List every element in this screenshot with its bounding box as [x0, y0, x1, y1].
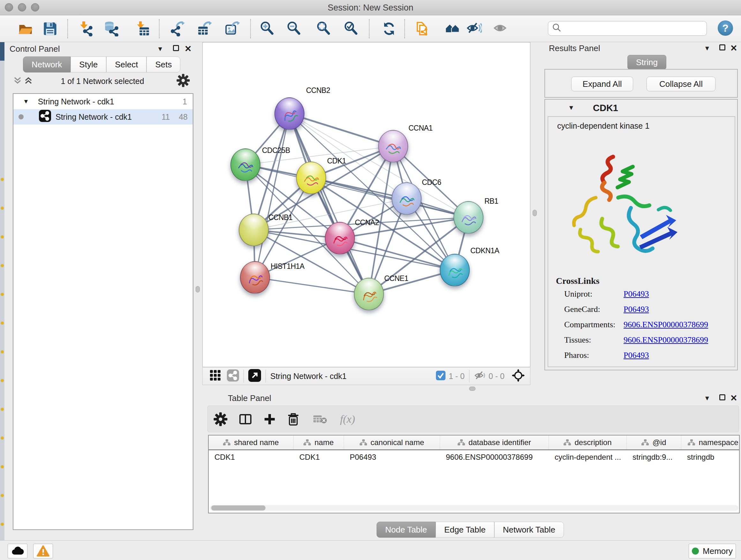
node-ccna2[interactable]	[325, 222, 355, 254]
tab-string[interactable]: String	[627, 55, 666, 70]
crosslink-link[interactable]: P06493	[623, 289, 649, 299]
tab-node-table[interactable]: Node Table	[377, 522, 435, 538]
results-panel-float-icon[interactable]	[719, 44, 725, 51]
node-cdkn1a[interactable]	[440, 254, 470, 287]
open-in-window-icon[interactable]	[248, 369, 261, 383]
results-panel-menu-icon[interactable]: ▼	[704, 45, 711, 52]
node-ccnb1[interactable]	[239, 213, 269, 246]
node-cdk1[interactable]	[296, 162, 326, 194]
memory-button[interactable]: Memory	[689, 544, 736, 558]
node-ccnb2[interactable]	[274, 98, 305, 130]
tab-edge-table[interactable]: Edge Table	[435, 522, 494, 538]
hide-selected-icon[interactable]	[467, 21, 482, 37]
gene-name: CDK1	[593, 103, 618, 113]
node-label-rb1: RB1	[484, 197, 498, 206]
column-header-namespace[interactable]: namespace	[681, 435, 740, 449]
delete-table-icon[interactable]	[313, 412, 328, 427]
cell-namespace[interactable]: stringdb	[681, 453, 740, 462]
node-rb1[interactable]	[454, 201, 483, 234]
cell--id[interactable]: stringdb:9...	[627, 453, 681, 462]
control-panel-float-icon[interactable]	[173, 45, 179, 51]
node-hist1h1a[interactable]	[240, 261, 270, 294]
zoom-out-icon[interactable]	[286, 21, 301, 37]
cell-canonical-name[interactable]: P06493	[344, 453, 440, 462]
column-header-shared-name[interactable]: shared name	[209, 435, 293, 449]
crosslink-link[interactable]: P06493	[623, 351, 649, 360]
cloud-icon[interactable]	[8, 544, 27, 558]
node-ccne1[interactable]	[354, 278, 384, 310]
share-badge-icon[interactable]	[227, 369, 239, 383]
cell-shared-name[interactable]: CDK1	[209, 453, 293, 462]
tab-network-table[interactable]: Network Table	[494, 522, 564, 538]
save-session-icon[interactable]	[43, 21, 58, 37]
expand-all-button[interactable]: Expand All	[571, 77, 633, 91]
collapse-gene-icon[interactable]: ▼	[568, 104, 575, 111]
collapse-all-button[interactable]: Collapse All	[647, 77, 716, 91]
results-buttons-box: Expand All Collapse All	[544, 69, 738, 98]
network-edges[interactable]	[203, 43, 530, 367]
warning-icon[interactable]	[33, 544, 53, 558]
cell-description[interactable]: cyclin-dependent ...	[549, 453, 627, 462]
table-tabs: Node TableEdge TableNetwork Table	[377, 522, 564, 538]
zoom-fit-icon[interactable]	[316, 21, 331, 37]
birdseye-icon[interactable]	[512, 369, 525, 383]
import-network-from-database-icon[interactable]	[104, 21, 119, 37]
export-network-icon[interactable]	[170, 21, 185, 37]
left-splitter-handle[interactable]	[196, 286, 200, 293]
table-panel-menu-icon[interactable]: ▼	[704, 395, 711, 402]
node-ccna1[interactable]	[378, 130, 408, 163]
import-table-from-file-icon[interactable]	[134, 21, 150, 37]
houses-icon[interactable]	[445, 21, 460, 37]
column-header-canonical-name[interactable]: canonical name	[344, 435, 440, 449]
new-network-from-selection-icon[interactable]	[415, 21, 430, 37]
horizontal-scrollbar[interactable]	[210, 505, 738, 511]
columns-icon[interactable]	[238, 412, 253, 427]
grid-view-icon[interactable]	[210, 370, 221, 382]
crosslink-link[interactable]: 9606.ENSP00000378699	[623, 320, 708, 329]
add-column-icon[interactable]	[262, 412, 277, 427]
collapse-triangle-icon[interactable]: ▼	[23, 98, 29, 105]
node-cdc6[interactable]	[392, 182, 421, 215]
column-header-database-identifier[interactable]: database identifier	[440, 435, 549, 449]
selected-checkbox-icon[interactable]	[436, 371, 446, 381]
help-icon[interactable]: ?	[718, 20, 733, 36]
node-cdc25b[interactable]	[230, 148, 260, 181]
gear-icon[interactable]	[213, 412, 228, 427]
zoom-selected-icon[interactable]	[343, 21, 359, 37]
search-input[interactable]	[562, 23, 706, 34]
right-splitter-handle[interactable]	[533, 210, 537, 216]
gear-icon[interactable]	[176, 73, 190, 89]
network-row[interactable]: String Network - cdk1 11 48	[13, 109, 193, 125]
open-session-icon[interactable]	[18, 21, 33, 37]
bottom-splitter-handle[interactable]	[469, 387, 475, 391]
hidden-eye-icon[interactable]	[474, 370, 486, 382]
column-header-name[interactable]: name	[293, 435, 344, 449]
table-panel-close-icon[interactable]: ✕	[730, 394, 738, 402]
cell-database-identifier[interactable]: 9606.ENSP00000378699	[440, 453, 549, 462]
tab-style[interactable]: Style	[71, 57, 106, 72]
results-panel-close-icon[interactable]: ✕	[730, 44, 738, 53]
zoom-in-icon[interactable]	[259, 21, 275, 37]
gene-description: cyclin-dependent kinase 1	[557, 121, 650, 131]
scrollbar-thumb[interactable]	[211, 505, 266, 510]
export-table-icon[interactable]	[197, 21, 212, 37]
table-row[interactable]: CDK1CDK1P064939606.ENSP00000378699cyclin…	[209, 450, 739, 464]
network-canvas[interactable]: CCNB2 CCNA1 CDC25B CDK1 CDC6 RB1CCNB1	[202, 42, 530, 367]
show-all-icon[interactable]	[493, 21, 509, 37]
crosslink-link[interactable]: P06493	[623, 305, 649, 314]
import-network-from-file-icon[interactable]	[78, 21, 93, 37]
cell-name[interactable]: CDK1	[293, 453, 344, 462]
network-collection-row[interactable]: ▼ String Network - cdk1 1	[13, 94, 193, 109]
tab-network[interactable]: Network	[23, 57, 71, 72]
table-panel-float-icon[interactable]	[719, 394, 725, 400]
control-panel-close-icon[interactable]: ✕	[185, 45, 192, 53]
column-header--id[interactable]: @id	[627, 435, 681, 449]
refresh-view-icon[interactable]	[381, 21, 397, 37]
crosslink-link[interactable]: 9606.ENSP00000378699	[623, 335, 708, 345]
tab-sets[interactable]: Sets	[146, 57, 180, 72]
column-header-description[interactable]: description	[549, 435, 627, 449]
export-image-icon[interactable]	[225, 21, 240, 37]
delete-icon[interactable]	[286, 412, 301, 427]
control-panel-menu-icon[interactable]: ▼	[157, 45, 163, 53]
tab-select[interactable]: Select	[106, 57, 146, 72]
